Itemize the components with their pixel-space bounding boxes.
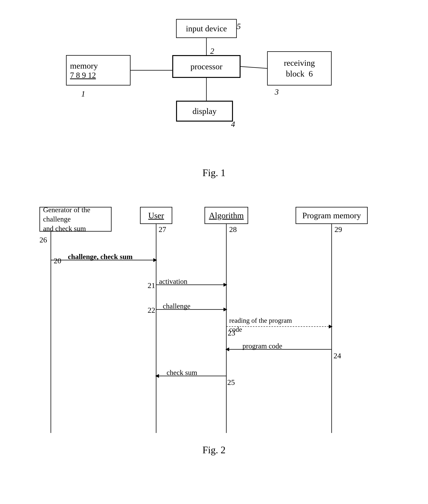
fig2-diagram: Generator of the challengeand check sum … [34,197,394,441]
svg-marker-17 [225,348,229,351]
processor-box: processor [172,55,240,78]
program-memory-label: Program memory [302,211,361,220]
seq-25: 25 [227,378,235,387]
label-4: 4 [231,120,235,129]
receiving-block-label: receiving block 6 [272,58,327,79]
arrow-challenge-label: challenge [163,302,190,310]
input-device-box: input device [176,19,237,38]
seq-29: 29 [335,225,342,234]
input-device-label: input device [186,24,227,34]
user-label: User [148,211,164,220]
generator-box: Generator of the challengeand check sum [40,207,112,231]
label-1: 1 [81,89,85,98]
arrow-reading-label: reading of the programcode [229,316,292,334]
seq-28: 28 [229,225,237,234]
fig2-connections [34,197,394,441]
svg-marker-9 [153,258,157,262]
seq-20: 20 [54,256,61,265]
seq-24: 24 [334,351,341,360]
label-3: 3 [275,87,279,96]
program-memory-box: Program memory [296,207,368,224]
arrow-activation-label: activation [159,277,188,286]
seq-22: 22 [148,306,155,315]
arrow-challenge-checksum-label: challenge, check sum [68,252,133,261]
fig1-diagram: input device processor memory 7 8 9 12 r… [43,11,385,156]
generator-label: Generator of the challengeand check sum [43,205,108,233]
fig2-caption: Fig. 2 [202,444,225,456]
seq-21: 21 [148,281,155,290]
algorithm-box: Algorithm [205,207,248,224]
display-box: display [176,101,233,122]
svg-marker-11 [223,283,227,287]
arrow-checksum-label: check sum [167,368,197,377]
processor-label: processor [190,62,222,71]
memory-box: memory 7 8 9 12 [66,55,131,85]
svg-marker-19 [155,374,159,378]
label-5: 5 [237,22,241,31]
seq-26: 26 [40,235,47,244]
svg-line-2 [240,67,267,68]
memory-label: memory [70,61,98,71]
display-label: display [192,106,216,116]
user-box: User [140,207,172,224]
memory-numbers: 7 8 9 12 [70,71,96,80]
receiving-block-box: receiving block 6 [267,51,332,85]
arrow-program-code-label: program code [242,342,282,350]
seq-27: 27 [159,225,166,234]
fig1-caption: Fig. 1 [202,167,225,178]
algorithm-label: Algorithm [209,211,244,220]
svg-marker-15 [329,325,333,328]
label-2: 2 [210,47,214,56]
svg-marker-13 [223,308,227,311]
